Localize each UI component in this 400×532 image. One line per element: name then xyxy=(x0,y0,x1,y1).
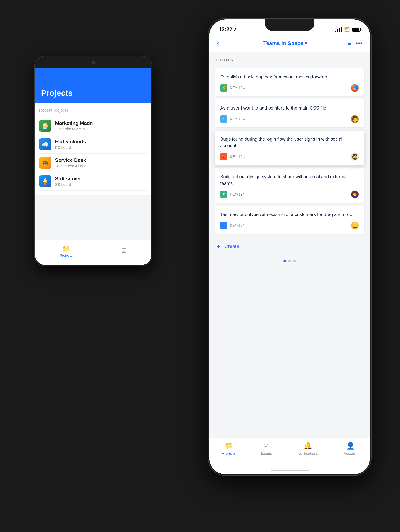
back-nav-issues[interactable]: ☑ xyxy=(122,247,127,255)
account-nav-icon: 👤 xyxy=(346,442,355,450)
list-item[interactable]: 🍦 Soft server SS board xyxy=(39,172,147,191)
soft-icon: 🍦 xyxy=(39,175,51,187)
story-icon: ⚡ xyxy=(220,84,228,92)
task-card[interactable]: Test new prototype with existing Jira cu… xyxy=(215,206,364,234)
folder-icon: 📁 xyxy=(62,245,70,253)
back-nav-projects-label: Projects xyxy=(60,253,72,258)
avatar: 👩 xyxy=(351,115,359,123)
project-subtitle: FC board xyxy=(55,146,86,150)
list-item[interactable]: ☁️ Fluffy clouds FC board xyxy=(39,135,147,154)
task-meta: ✓ KEY-124 👱‍♀️ xyxy=(220,221,359,230)
list-view-button[interactable]: ≡ xyxy=(347,39,351,47)
issues-icon: ☑ xyxy=(122,247,127,254)
back-status-bar xyxy=(35,57,151,68)
service-icon: 🎮 xyxy=(39,157,51,169)
nav-bar: ‹ Teams in Space ▾ ≡ ••• xyxy=(209,35,370,52)
checkbox-icon: ✓ xyxy=(220,222,228,229)
back-nav-projects[interactable]: 📁 Projects xyxy=(60,245,72,258)
task-meta: ♥ KEY-124 👩‍🦱 xyxy=(220,190,359,199)
task-card[interactable]: Establish a basic app dev framework movi… xyxy=(215,68,364,96)
task-meta: 🐛 KEY-124 🧔 xyxy=(220,152,359,161)
back-screen: Projects Recent projects 🧁 Marketing Mad… xyxy=(35,68,151,265)
scene: Projects Recent projects 🧁 Marketing Mad… xyxy=(28,18,372,514)
chevron-down-icon: ▾ xyxy=(305,41,307,46)
nav-notifications[interactable]: 🔔 Notifications xyxy=(295,442,320,456)
task-title: As a user I want to add pointers to the … xyxy=(220,105,359,111)
task-title: Test new prototype with existing Jira cu… xyxy=(220,211,359,218)
task-title: Establish a basic app dev framework movi… xyxy=(220,74,359,80)
bug-icon: 🐛 xyxy=(220,153,228,160)
project-subtitle: 18 queues: All ope xyxy=(55,164,86,168)
wifi-icon: 📶 xyxy=(344,27,350,32)
notifications-nav-label: Notifications xyxy=(297,451,318,456)
nav-title: Teams in Space ▾ xyxy=(223,40,347,46)
plus-icon: + xyxy=(217,243,221,250)
home-indicator xyxy=(271,470,309,471)
back-projects-title: Projects xyxy=(41,89,73,98)
fluffy-icon: ☁️ xyxy=(39,138,51,150)
marketing-icon: 🧁 xyxy=(39,120,51,132)
project-name: Marketing Madn xyxy=(55,120,93,126)
section-header: TO DO 5 xyxy=(215,56,364,64)
projects-nav-icon: 📁 xyxy=(224,442,233,450)
pagination-dots xyxy=(215,256,364,268)
issues-nav-label: Issues xyxy=(261,451,272,456)
project-name: Service Desk xyxy=(55,157,86,163)
nav-account[interactable]: 👤 Account xyxy=(342,442,359,456)
project-subtitle: SS board xyxy=(55,182,81,187)
recent-projects-label: Recent projects xyxy=(39,108,147,113)
task-key: KEY-124 xyxy=(230,223,245,228)
nav-issues[interactable]: ☑ Issues xyxy=(259,442,274,456)
front-screen: 12:22 ↗ 📶 xyxy=(209,19,370,474)
task-key: KEY-124 xyxy=(230,117,245,121)
create-button[interactable]: + Create xyxy=(215,237,364,256)
list-item[interactable]: 🧁 Marketing Madn 2 boards: MMM b xyxy=(39,117,147,135)
task-title: Bugs found during the login flow the use… xyxy=(220,136,359,149)
avatar: 👱‍♀️ xyxy=(351,221,359,230)
nav-projects[interactable]: 📁 Projects xyxy=(220,442,238,456)
task-key: KEY-124 xyxy=(230,155,245,159)
task-card[interactable]: As a user I want to add pointers to the … xyxy=(215,99,364,127)
task-card-highlighted[interactable]: Bugs found during the login flow the use… xyxy=(215,131,364,165)
avatar: 🧢 xyxy=(351,84,359,92)
signal-icon xyxy=(335,27,342,32)
issues-nav-icon: ☑ xyxy=(264,442,270,450)
avatar: 🧔 xyxy=(351,152,359,161)
bottom-nav: 📁 Projects ☑ Issues 🔔 Notifications 👤 Ac… xyxy=(209,438,370,474)
project-name: Fluffy clouds xyxy=(55,139,86,145)
task-card[interactable]: Build out our design system to share wit… xyxy=(215,168,364,203)
avatar: 👩‍🦱 xyxy=(351,190,359,199)
back-button[interactable]: ‹ xyxy=(217,39,219,47)
dot-2 xyxy=(288,260,291,262)
task-meta: ⚡ KEY-124 🧢 xyxy=(220,84,359,92)
nav-right-icons: ≡ ••• xyxy=(347,39,363,47)
task-meta: ↑ KEY-124 👩 xyxy=(220,115,359,123)
notifications-nav-icon: 🔔 xyxy=(303,442,312,450)
front-phone: 12:22 ↗ 📶 xyxy=(208,18,372,476)
dot-1 xyxy=(283,260,286,262)
project-name: Soft server xyxy=(55,176,81,182)
back-bottom-nav: 📁 Projects ☑ xyxy=(35,240,151,265)
notch xyxy=(265,19,314,31)
more-options-button[interactable]: ••• xyxy=(356,39,363,47)
back-content: Recent projects 🧁 Marketing Madn 2 board… xyxy=(35,103,151,195)
back-phone: Projects Recent projects 🧁 Marketing Mad… xyxy=(34,56,152,266)
main-content: TO DO 5 Establish a basic app dev framew… xyxy=(209,52,370,438)
status-time: 12:22 ↗ xyxy=(219,26,237,32)
task-title: Build out our design system to share wit… xyxy=(220,173,359,187)
create-label: Create xyxy=(224,243,239,249)
dot-3 xyxy=(293,260,296,262)
location-arrow-icon: ↗ xyxy=(234,27,237,32)
list-item[interactable]: 🎮 Service Desk 18 queues: All ope xyxy=(39,154,147,172)
battery-icon xyxy=(352,28,361,32)
task-key: KEY-124 xyxy=(230,86,245,90)
improvement-icon: ♥ xyxy=(220,191,228,198)
task-type-icon: ↑ xyxy=(220,115,228,123)
account-nav-label: Account xyxy=(344,451,357,456)
project-subtitle: 2 boards: MMM b xyxy=(55,127,93,131)
projects-nav-label: Projects xyxy=(222,451,236,456)
status-right: 📶 xyxy=(335,27,361,32)
task-key: KEY-124 xyxy=(230,192,245,196)
back-camera xyxy=(92,61,95,64)
back-header: Projects xyxy=(35,68,151,103)
